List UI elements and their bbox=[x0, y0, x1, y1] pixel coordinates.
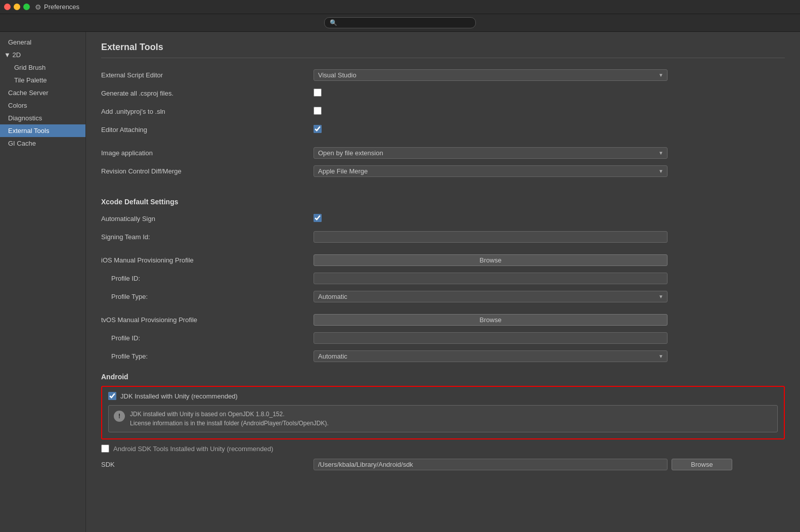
ios-browse-control: Browse bbox=[314, 254, 785, 266]
ios-profile-type-control: Automatic Development Distribution bbox=[314, 291, 785, 302]
ios-profile-type-select[interactable]: Automatic Development Distribution bbox=[314, 291, 668, 302]
sdk-path-input[interactable] bbox=[314, 459, 668, 470]
auto-sign-checkbox[interactable] bbox=[314, 214, 322, 222]
image-application-label: Image application bbox=[101, 149, 314, 157]
search-bar bbox=[0, 14, 800, 32]
ios-profile-type-label: Profile Type: bbox=[101, 293, 314, 300]
auto-sign-control bbox=[314, 214, 785, 224]
add-unityproj-row: Add .unityproj's to .sln bbox=[101, 105, 785, 118]
external-script-editor-select[interactable]: Visual Studio Visual Studio Code MonoDev… bbox=[314, 69, 668, 81]
sdk-path-label: SDK bbox=[101, 461, 314, 468]
add-unityproj-control bbox=[314, 107, 785, 116]
sdk-path-row: SDK Browse bbox=[101, 458, 785, 471]
ios-profile-type-row: Profile Type: Automatic Development Dist… bbox=[101, 290, 785, 303]
tvos-profile-type-row: Profile Type: Automatic Development Dist… bbox=[101, 349, 785, 363]
content-area: External Tools External Script Editor Vi… bbox=[86, 32, 800, 532]
android-heading: Android bbox=[101, 373, 785, 381]
editor-attaching-control bbox=[314, 125, 785, 135]
revision-control-row: Revision Control Diff/Merge Apple File M… bbox=[101, 164, 785, 178]
tvos-profile-type-control: Automatic Development Distribution bbox=[314, 350, 785, 362]
android-sdk-checkbox[interactable] bbox=[101, 445, 109, 453]
jdk-highlight-box: JDK Installed with Unity (recommended) !… bbox=[101, 386, 785, 439]
window-title: ⚙ Preferences bbox=[35, 3, 79, 11]
sidebar-item-gi-cache[interactable]: GI Cache bbox=[0, 137, 85, 150]
generate-csproj-row: Generate all .csproj files. bbox=[101, 86, 785, 100]
ios-profile-id-control bbox=[314, 273, 785, 284]
generate-csproj-control bbox=[314, 88, 785, 98]
search-input[interactable] bbox=[324, 17, 476, 28]
tvos-profile-id-input[interactable] bbox=[314, 332, 668, 344]
sdk-browse-button[interactable]: Browse bbox=[672, 459, 732, 470]
tvos-browse-control: Browse bbox=[314, 314, 785, 326]
tvos-profile-type-select[interactable]: Automatic Development Distribution bbox=[314, 350, 668, 362]
info-icon: ! bbox=[114, 411, 125, 422]
ios-profile-id-input[interactable] bbox=[314, 273, 668, 284]
external-script-editor-control: Visual Studio Visual Studio Code MonoDev… bbox=[314, 69, 785, 81]
external-script-editor-select-wrapper: Visual Studio Visual Studio Code MonoDev… bbox=[314, 69, 668, 81]
tvos-provision-row: tvOS Manual Provisioning Profile Browse bbox=[101, 313, 785, 326]
signing-team-id-input[interactable] bbox=[314, 231, 668, 243]
ios-profile-id-label: Profile ID: bbox=[101, 275, 314, 282]
image-application-select-wrapper: Open by file extension Custom bbox=[314, 147, 668, 159]
xcode-heading: Xcode Default Settings bbox=[101, 198, 785, 206]
revision-control-control: Apple File Merge None bbox=[314, 165, 785, 177]
signing-team-id-control bbox=[314, 231, 785, 243]
ios-profile-type-select-wrapper: Automatic Development Distribution bbox=[314, 291, 668, 302]
minimize-button[interactable] bbox=[14, 4, 20, 10]
tvos-provision-label: tvOS Manual Provisioning Profile bbox=[101, 316, 314, 324]
main-layout: General ▼ 2D Grid Brush Tile Palette Cac… bbox=[0, 32, 800, 532]
ios-provision-label: iOS Manual Provisioning Profile bbox=[101, 256, 314, 264]
close-button[interactable] bbox=[4, 4, 11, 10]
add-unityproj-checkbox[interactable] bbox=[314, 107, 322, 115]
jdk-info-text: JDK installed with Unity is based on Ope… bbox=[130, 410, 329, 428]
tvos-profile-id-label: Profile ID: bbox=[101, 334, 314, 342]
image-application-control: Open by file extension Custom bbox=[314, 147, 785, 159]
ios-provision-row: iOS Manual Provisioning Profile Browse bbox=[101, 253, 785, 267]
generate-csproj-checkbox[interactable] bbox=[314, 88, 322, 97]
jdk-checkbox-row: JDK Installed with Unity (recommended) bbox=[105, 390, 781, 402]
sidebar-item-general[interactable]: General bbox=[0, 36, 85, 49]
sidebar-item-grid-brush[interactable]: Grid Brush bbox=[0, 61, 85, 74]
editor-attaching-row: Editor Attaching bbox=[101, 123, 785, 136]
android-sdk-label: Android SDK Tools Installed with Unity (… bbox=[113, 445, 273, 453]
auto-sign-label: Automatically Sign bbox=[101, 215, 314, 223]
gear-icon: ⚙ bbox=[35, 3, 41, 11]
editor-attaching-checkbox[interactable] bbox=[314, 125, 322, 133]
android-sdk-tools-row: Android SDK Tools Installed with Unity (… bbox=[101, 445, 785, 453]
revision-control-label: Revision Control Diff/Merge bbox=[101, 167, 314, 175]
sidebar-item-2d[interactable]: ▼ 2D bbox=[0, 49, 85, 61]
tvos-profile-type-label: Profile Type: bbox=[101, 352, 314, 360]
generate-csproj-label: Generate all .csproj files. bbox=[101, 90, 314, 97]
external-script-editor-label: External Script Editor bbox=[101, 71, 314, 79]
revision-control-select[interactable]: Apple File Merge None bbox=[314, 165, 668, 177]
jdk-checkbox-label: JDK Installed with Unity (recommended) bbox=[120, 392, 238, 400]
signing-team-id-label: Signing Team Id: bbox=[101, 233, 314, 241]
tvos-profile-id-control bbox=[314, 332, 785, 344]
revision-control-select-wrapper: Apple File Merge None bbox=[314, 165, 668, 177]
sidebar: General ▼ 2D Grid Brush Tile Palette Cac… bbox=[0, 32, 86, 532]
sidebar-item-cache-server[interactable]: Cache Server bbox=[0, 86, 85, 99]
sidebar-item-tile-palette[interactable]: Tile Palette bbox=[0, 74, 85, 86]
auto-sign-row: Automatically Sign bbox=[101, 212, 785, 225]
ios-browse-button[interactable]: Browse bbox=[314, 254, 668, 266]
external-script-editor-row: External Script Editor Visual Studio Vis… bbox=[101, 68, 785, 81]
jdk-checkbox[interactable] bbox=[108, 392, 116, 400]
title-bar: ⚙ Preferences bbox=[0, 0, 800, 14]
page-title: External Tools bbox=[101, 42, 785, 58]
title-text: Preferences bbox=[44, 3, 79, 11]
signing-team-id-row: Signing Team Id: bbox=[101, 230, 785, 243]
tvos-profile-type-select-wrapper: Automatic Development Distribution bbox=[314, 350, 668, 362]
maximize-button[interactable] bbox=[23, 4, 30, 10]
image-application-select[interactable]: Open by file extension Custom bbox=[314, 147, 668, 159]
editor-attaching-label: Editor Attaching bbox=[101, 126, 314, 134]
tvos-profile-id-row: Profile ID: bbox=[101, 331, 785, 344]
android-section: Android JDK Installed with Unity (recomm… bbox=[101, 373, 785, 471]
jdk-info-box: ! JDK installed with Unity is based on O… bbox=[108, 405, 778, 432]
sidebar-item-colors[interactable]: Colors bbox=[0, 99, 85, 112]
traffic-lights bbox=[4, 4, 30, 10]
sidebar-item-external-tools[interactable]: External Tools bbox=[0, 124, 85, 137]
sdk-path-control: Browse bbox=[314, 459, 785, 470]
tvos-browse-button[interactable]: Browse bbox=[314, 314, 668, 326]
image-application-row: Image application Open by file extension… bbox=[101, 146, 785, 159]
sidebar-item-diagnostics[interactable]: Diagnostics bbox=[0, 112, 85, 124]
